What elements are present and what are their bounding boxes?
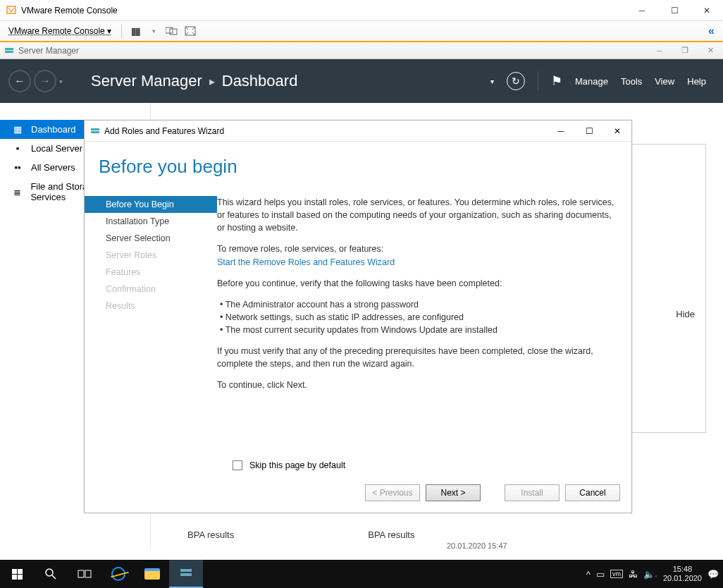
bpa-results-right[interactable]: BPA results: [368, 529, 414, 540]
sidebar-item-label: All Servers: [31, 162, 75, 173]
search-button[interactable]: [34, 560, 68, 588]
skip-label: Skip this page by default: [249, 460, 345, 470]
folder-icon: [144, 568, 160, 580]
tray-network-icon[interactable]: 🖧: [629, 569, 638, 580]
breadcrumb-root[interactable]: Server Manager: [91, 72, 202, 90]
svg-line-9: [52, 575, 56, 579]
collapse-toolbar-button[interactable]: «: [708, 25, 719, 37]
wizard-minimize-button[interactable]: ─: [547, 121, 575, 142]
svg-rect-11: [85, 570, 91, 577]
windows-logo-icon: [12, 569, 23, 580]
task-view-icon: [78, 568, 92, 580]
tray-date: 20.01.2020: [663, 574, 702, 583]
wizard-remove-block: To remove roles, role services, or featu…: [217, 243, 614, 268]
step-server-selection[interactable]: Server Selection: [85, 230, 217, 247]
server-icon: ▪: [11, 143, 24, 154]
svg-rect-10: [78, 570, 84, 577]
taskbar-server-manager[interactable]: [169, 560, 203, 588]
divider: [121, 24, 122, 38]
breadcrumb-current: Dashboard: [222, 72, 298, 90]
wizard-heading: Before you begin: [85, 142, 631, 178]
svg-rect-7: [91, 131, 99, 133]
hide-link[interactable]: Hide: [676, 309, 695, 319]
vmrc-titlebar: VMware Remote Console ─ ☐ ✕: [0, 0, 723, 21]
wizard-button-row: < Previous Next > Install Cancel: [365, 484, 620, 501]
storage-icon: ≣: [11, 187, 23, 197]
step-installation-type[interactable]: Installation Type: [85, 213, 217, 230]
pause-dropdown[interactable]: ▾: [146, 23, 161, 39]
svg-rect-4: [5, 48, 13, 50]
system-tray: ^ ▭ vm 🖧 🔈ₓ 15:48 20.01.2020 💬: [586, 565, 723, 583]
tray-clock[interactable]: 15:48 20.01.2020: [663, 565, 702, 583]
wizard-closing-text: If you must verify that any of the prece…: [217, 345, 614, 370]
prereq-item: The most current security updates from W…: [220, 324, 614, 336]
skip-checkbox[interactable]: [233, 460, 242, 470]
sidebar-item-label: Local Server: [31, 143, 82, 154]
tray-action-center[interactable]: 💬: [707, 569, 719, 580]
svg-rect-12: [180, 569, 192, 572]
svg-rect-2: [170, 29, 177, 35]
wizard-intro-text: This wizard helps you install roles, rol…: [217, 196, 614, 234]
prerequisite-list: The Administrator account has a strong p…: [220, 298, 614, 336]
tray-volume-icon[interactable]: 🔈ₓ: [643, 569, 657, 580]
servers-icon: ▪▪: [11, 162, 24, 173]
cancel-button[interactable]: Cancel: [565, 484, 620, 501]
wizard-maximize-button[interactable]: ☐: [575, 121, 603, 142]
wizard-close-button[interactable]: ✕: [603, 121, 631, 142]
vmrc-close-button[interactable]: ✕: [691, 0, 723, 21]
wizard-title: Add Roles and Features Wizard: [104, 126, 224, 136]
bpa-results-left[interactable]: BPA results: [187, 529, 234, 540]
nav-history-dropdown[interactable]: ▾: [59, 78, 63, 85]
taskbar-explorer[interactable]: [135, 560, 169, 588]
next-button[interactable]: Next >: [426, 484, 481, 501]
svg-rect-13: [180, 573, 192, 576]
server-manager-header: ← → ▾ Server Manager ▸ Dashboard ▾ ↻ ⚑ M…: [0, 59, 723, 103]
step-before-you-begin[interactable]: Before You Begin: [85, 196, 217, 213]
install-button: Install: [505, 484, 560, 501]
server-manager-icon: [4, 46, 14, 56]
svg-point-8: [46, 569, 53, 576]
prereq-item: The Administrator account has a strong p…: [220, 298, 614, 311]
send-cad-button[interactable]: [164, 23, 180, 39]
tray-up-icon[interactable]: ^: [586, 569, 591, 580]
wizard-continue-text: To continue, click Next.: [217, 379, 614, 391]
skip-checkbox-row[interactable]: Skip this page by default: [233, 460, 345, 470]
tray-vm-icon[interactable]: ▭: [596, 569, 605, 580]
refresh-button[interactable]: ↻: [507, 72, 525, 90]
sidebar-item-label: Dashboard: [31, 124, 76, 135]
sm-close-button[interactable]: ✕: [698, 42, 723, 59]
vmrc-title: VMware Remote Console: [21, 6, 118, 16]
menu-view[interactable]: View: [655, 76, 674, 87]
menu-help[interactable]: Help: [687, 76, 706, 87]
tray-vmtools-icon[interactable]: vm: [610, 570, 623, 578]
wizard-titlebar[interactable]: Add Roles and Features Wizard ─ ☐ ✕: [85, 121, 631, 142]
fullscreen-button[interactable]: [183, 23, 198, 39]
nav-back-button[interactable]: ←: [8, 70, 31, 92]
wizard-verify-intro: Before you continue, verify that the fol…: [217, 277, 614, 290]
server-manager-taskbar-icon: [179, 567, 193, 580]
menu-manage[interactable]: Manage: [575, 76, 608, 87]
breadcrumb: Server Manager ▸ Dashboard: [91, 72, 297, 90]
ie-icon: [111, 567, 125, 581]
notifications-flag-icon[interactable]: ⚑: [551, 73, 562, 89]
previous-button: < Previous: [365, 484, 420, 501]
menu-tools[interactable]: Tools: [621, 76, 642, 87]
vmrc-minimize-button[interactable]: ─: [626, 0, 658, 21]
task-view-button[interactable]: [68, 560, 101, 588]
svg-rect-6: [91, 128, 99, 130]
step-results: Results: [85, 298, 217, 314]
sm-restore-button[interactable]: ❐: [672, 42, 698, 59]
wizard-steps: Before You Begin Installation Type Serve…: [85, 178, 217, 486]
pause-button[interactable]: ▮▮: [128, 23, 143, 39]
vmrc-menu-dropdown[interactable]: VMware Remote Console ▾: [4, 23, 116, 39]
header-dropdown-caret[interactable]: ▾: [490, 78, 494, 85]
step-confirmation: Confirmation: [85, 281, 217, 298]
start-button[interactable]: [0, 560, 34, 588]
step-server-roles: Server Roles: [85, 247, 217, 264]
wizard-content: This wizard helps you install roles, rol…: [217, 178, 631, 486]
vmrc-maximize-button[interactable]: ☐: [658, 0, 691, 21]
sm-minimize-button[interactable]: ─: [647, 42, 672, 59]
nav-forward-button[interactable]: →: [34, 70, 56, 92]
remove-roles-link[interactable]: Start the Remove Roles and Features Wiza…: [217, 257, 395, 267]
taskbar-ie[interactable]: [101, 560, 135, 588]
